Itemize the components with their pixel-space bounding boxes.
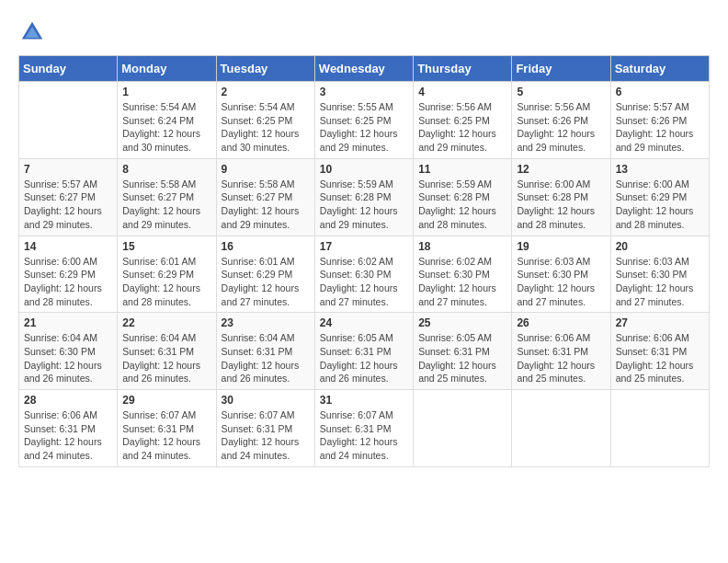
calendar-week-4: 21Sunrise: 6:04 AMSunset: 6:30 PMDayligh… (19, 313, 710, 390)
logo-icon (18, 18, 46, 46)
calendar-cell (512, 390, 610, 467)
calendar-cell: 1Sunrise: 5:54 AMSunset: 6:24 PMDaylight… (118, 82, 216, 159)
day-info: Sunrise: 5:58 AMSunset: 6:27 PMDaylight:… (222, 178, 310, 232)
day-info: Sunrise: 6:03 AMSunset: 6:30 PMDaylight:… (517, 255, 605, 309)
day-info: Sunrise: 5:59 AMSunset: 6:28 PMDaylight:… (320, 178, 408, 232)
calendar-cell: 27Sunrise: 6:06 AMSunset: 6:31 PMDayligh… (610, 313, 709, 390)
day-number: 21 (24, 316, 112, 329)
calendar-cell: 22Sunrise: 6:04 AMSunset: 6:31 PMDayligh… (118, 313, 216, 390)
day-info: Sunrise: 6:04 AMSunset: 6:31 PMDaylight:… (222, 331, 310, 385)
day-info: Sunrise: 6:00 AMSunset: 6:29 PMDaylight:… (24, 255, 112, 309)
day-number: 4 (418, 86, 506, 98)
calendar-cell (19, 82, 118, 159)
calendar-cell: 29Sunrise: 6:07 AMSunset: 6:31 PMDayligh… (118, 390, 216, 467)
day-info: Sunrise: 6:03 AMSunset: 6:30 PMDaylight:… (616, 255, 704, 309)
calendar-cell: 25Sunrise: 6:05 AMSunset: 6:31 PMDayligh… (414, 313, 512, 390)
day-header-thursday: Thursday (414, 56, 512, 82)
day-info: Sunrise: 6:02 AMSunset: 6:30 PMDaylight:… (418, 255, 506, 309)
day-number: 12 (517, 163, 605, 176)
calendar-cell: 30Sunrise: 6:07 AMSunset: 6:31 PMDayligh… (216, 390, 314, 467)
calendar-week-2: 7Sunrise: 5:57 AMSunset: 6:27 PMDaylight… (19, 158, 710, 236)
calendar-week-1: 1Sunrise: 5:54 AMSunset: 6:24 PMDaylight… (19, 82, 710, 159)
day-info: Sunrise: 6:07 AMSunset: 6:31 PMDaylight:… (222, 408, 310, 463)
day-info: Sunrise: 6:04 AMSunset: 6:30 PMDaylight:… (24, 331, 112, 385)
day-info: Sunrise: 6:05 AMSunset: 6:31 PMDaylight:… (320, 331, 408, 385)
day-number: 10 (320, 163, 408, 176)
day-info: Sunrise: 6:06 AMSunset: 6:31 PMDaylight:… (517, 331, 605, 385)
calendar-cell: 19Sunrise: 6:03 AMSunset: 6:30 PMDayligh… (512, 236, 610, 313)
day-header-friday: Friday (512, 56, 610, 82)
calendar-cell: 17Sunrise: 6:02 AMSunset: 6:30 PMDayligh… (314, 236, 413, 313)
calendar-cell: 15Sunrise: 6:01 AMSunset: 6:29 PMDayligh… (118, 236, 216, 313)
day-number: 28 (24, 394, 112, 407)
day-number: 5 (517, 86, 605, 98)
calendar-cell: 4Sunrise: 5:56 AMSunset: 6:25 PMDaylight… (414, 82, 512, 159)
day-info: Sunrise: 5:54 AMSunset: 6:25 PMDaylight:… (222, 100, 310, 155)
calendar-cell: 3Sunrise: 5:55 AMSunset: 6:25 PMDaylight… (314, 82, 413, 159)
calendar-cell: 16Sunrise: 6:01 AMSunset: 6:29 PMDayligh… (216, 236, 314, 313)
day-info: Sunrise: 5:59 AMSunset: 6:28 PMDaylight:… (418, 178, 506, 232)
calendar-week-3: 14Sunrise: 6:00 AMSunset: 6:29 PMDayligh… (19, 236, 710, 313)
day-number: 29 (122, 394, 210, 407)
day-number: 3 (320, 86, 408, 98)
day-info: Sunrise: 6:05 AMSunset: 6:31 PMDaylight:… (418, 331, 506, 385)
day-number: 7 (24, 163, 112, 176)
day-header-wednesday: Wednesday (314, 56, 413, 82)
day-number: 31 (320, 394, 408, 407)
day-info: Sunrise: 5:58 AMSunset: 6:27 PMDaylight:… (122, 178, 210, 232)
calendar-cell: 7Sunrise: 5:57 AMSunset: 6:27 PMDaylight… (19, 158, 118, 236)
day-info: Sunrise: 6:04 AMSunset: 6:31 PMDaylight:… (122, 331, 210, 385)
calendar-cell: 28Sunrise: 6:06 AMSunset: 6:31 PMDayligh… (19, 390, 118, 467)
day-info: Sunrise: 6:00 AMSunset: 6:28 PMDaylight:… (517, 178, 605, 232)
calendar-cell: 8Sunrise: 5:58 AMSunset: 6:27 PMDaylight… (118, 158, 216, 236)
page-header (18, 18, 710, 46)
calendar-cell: 18Sunrise: 6:02 AMSunset: 6:30 PMDayligh… (414, 236, 512, 313)
calendar-week-5: 28Sunrise: 6:06 AMSunset: 6:31 PMDayligh… (19, 390, 710, 467)
day-number: 14 (24, 240, 112, 253)
day-info: Sunrise: 5:55 AMSunset: 6:25 PMDaylight:… (320, 100, 408, 155)
calendar-cell: 23Sunrise: 6:04 AMSunset: 6:31 PMDayligh… (216, 313, 314, 390)
calendar-cell: 31Sunrise: 6:07 AMSunset: 6:31 PMDayligh… (314, 390, 413, 467)
day-info: Sunrise: 6:01 AMSunset: 6:29 PMDaylight:… (122, 255, 210, 309)
day-number: 24 (320, 316, 408, 329)
calendar-cell: 13Sunrise: 6:00 AMSunset: 6:29 PMDayligh… (610, 158, 709, 236)
day-number: 27 (616, 316, 704, 329)
day-number: 11 (418, 163, 506, 176)
day-info: Sunrise: 6:07 AMSunset: 6:31 PMDaylight:… (122, 408, 210, 463)
day-number: 16 (222, 240, 310, 253)
day-number: 6 (616, 86, 704, 98)
day-number: 8 (122, 163, 210, 176)
day-info: Sunrise: 5:56 AMSunset: 6:26 PMDaylight:… (517, 100, 605, 155)
day-number: 23 (222, 316, 310, 329)
day-number: 15 (122, 240, 210, 253)
day-header-sunday: Sunday (19, 56, 118, 82)
calendar-cell: 14Sunrise: 6:00 AMSunset: 6:29 PMDayligh… (19, 236, 118, 313)
calendar-cell: 21Sunrise: 6:04 AMSunset: 6:30 PMDayligh… (19, 313, 118, 390)
calendar-cell: 6Sunrise: 5:57 AMSunset: 6:26 PMDaylight… (610, 82, 709, 159)
calendar-cell: 26Sunrise: 6:06 AMSunset: 6:31 PMDayligh… (512, 313, 610, 390)
day-info: Sunrise: 5:57 AMSunset: 6:27 PMDaylight:… (24, 178, 112, 232)
day-number: 18 (418, 240, 506, 253)
calendar-table: SundayMondayTuesdayWednesdayThursdayFrid… (18, 55, 710, 467)
calendar-header-row: SundayMondayTuesdayWednesdayThursdayFrid… (19, 56, 710, 82)
day-header-tuesday: Tuesday (216, 56, 314, 82)
day-header-monday: Monday (118, 56, 216, 82)
day-header-saturday: Saturday (610, 56, 709, 82)
day-info: Sunrise: 5:57 AMSunset: 6:26 PMDaylight:… (616, 100, 704, 155)
day-number: 25 (418, 316, 506, 329)
day-number: 13 (616, 163, 704, 176)
calendar-cell (610, 390, 709, 467)
logo (18, 18, 50, 46)
day-number: 17 (320, 240, 408, 253)
day-number: 26 (517, 316, 605, 329)
calendar-cell (414, 390, 512, 467)
day-number: 22 (122, 316, 210, 329)
day-number: 2 (222, 86, 310, 98)
calendar-cell: 10Sunrise: 5:59 AMSunset: 6:28 PMDayligh… (314, 158, 413, 236)
day-info: Sunrise: 6:01 AMSunset: 6:29 PMDaylight:… (222, 255, 310, 309)
day-info: Sunrise: 6:06 AMSunset: 6:31 PMDaylight:… (616, 331, 704, 385)
day-info: Sunrise: 6:06 AMSunset: 6:31 PMDaylight:… (24, 408, 112, 463)
calendar-cell: 5Sunrise: 5:56 AMSunset: 6:26 PMDaylight… (512, 82, 610, 159)
day-info: Sunrise: 5:54 AMSunset: 6:24 PMDaylight:… (122, 100, 210, 155)
calendar-cell: 12Sunrise: 6:00 AMSunset: 6:28 PMDayligh… (512, 158, 610, 236)
